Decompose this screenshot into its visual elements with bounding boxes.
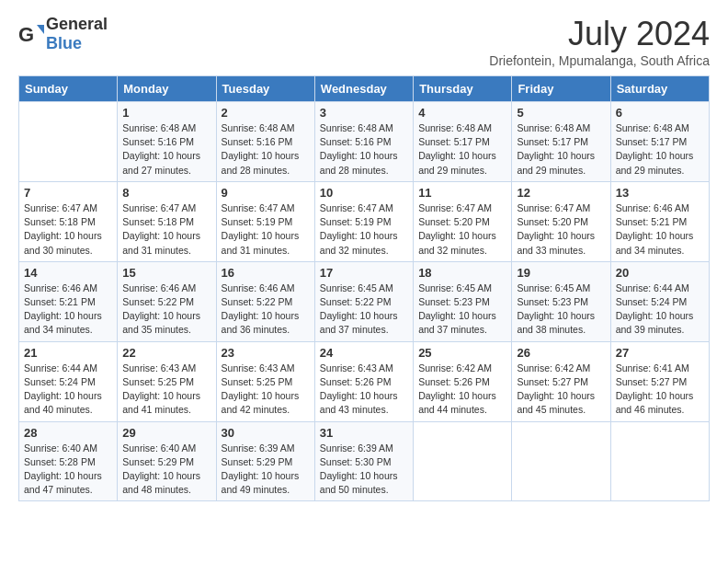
calendar-day-cell: 17Sunrise: 6:45 AM Sunset: 5:22 PM Dayli… — [314, 261, 413, 341]
day-number: 7 — [24, 186, 112, 200]
day-info: Sunrise: 6:47 AM Sunset: 5:18 PM Dayligh… — [122, 201, 210, 258]
calendar-header-cell: Wednesday — [314, 76, 413, 102]
day-number: 19 — [517, 266, 605, 280]
day-number: 2 — [222, 106, 310, 120]
calendar-day-cell: 5Sunrise: 6:48 AM Sunset: 5:17 PM Daylig… — [512, 102, 610, 182]
day-number: 14 — [24, 266, 112, 280]
month-title: July 2024 — [489, 15, 710, 53]
day-number: 1 — [122, 106, 210, 120]
day-info: Sunrise: 6:46 AM Sunset: 5:21 PM Dayligh… — [24, 282, 112, 338]
calendar-week-row: 1Sunrise: 6:48 AM Sunset: 5:16 PM Daylig… — [19, 102, 710, 182]
day-info: Sunrise: 6:40 AM Sunset: 5:28 PM Dayligh… — [24, 442, 112, 498]
day-number: 13 — [616, 186, 704, 200]
calendar-body: 1Sunrise: 6:48 AM Sunset: 5:16 PM Daylig… — [19, 102, 710, 501]
day-info: Sunrise: 6:47 AM Sunset: 5:20 PM Dayligh… — [418, 201, 506, 258]
logo-icon: G — [18, 21, 44, 47]
calendar-day-cell: 22Sunrise: 6:43 AM Sunset: 5:25 PM Dayli… — [118, 341, 216, 421]
day-number: 25 — [418, 346, 506, 360]
calendar-day-cell: 1Sunrise: 6:48 AM Sunset: 5:16 PM Daylig… — [118, 102, 216, 182]
calendar-week-row: 14Sunrise: 6:46 AM Sunset: 5:21 PM Dayli… — [19, 261, 710, 341]
day-number: 24 — [320, 346, 408, 360]
calendar-day-cell: 15Sunrise: 6:46 AM Sunset: 5:22 PM Dayli… — [118, 261, 216, 341]
calendar-day-cell: 23Sunrise: 6:43 AM Sunset: 5:25 PM Dayli… — [216, 341, 314, 421]
day-info: Sunrise: 6:43 AM Sunset: 5:25 PM Dayligh… — [222, 362, 310, 418]
calendar-table: SundayMondayTuesdayWednesdayThursdayFrid… — [18, 75, 710, 501]
day-info: Sunrise: 6:48 AM Sunset: 5:17 PM Dayligh… — [517, 121, 605, 178]
day-info: Sunrise: 6:45 AM Sunset: 5:22 PM Dayligh… — [320, 282, 408, 338]
calendar-day-cell: 3Sunrise: 6:48 AM Sunset: 5:16 PM Daylig… — [314, 102, 413, 182]
day-info: Sunrise: 6:48 AM Sunset: 5:16 PM Dayligh… — [222, 121, 310, 178]
calendar-header-row: SundayMondayTuesdayWednesdayThursdayFrid… — [19, 76, 710, 102]
calendar-day-cell: 14Sunrise: 6:46 AM Sunset: 5:21 PM Dayli… — [19, 261, 118, 341]
calendar-day-cell: 21Sunrise: 6:44 AM Sunset: 5:24 PM Dayli… — [19, 341, 118, 421]
day-number: 27 — [616, 346, 704, 360]
day-number: 10 — [320, 186, 408, 200]
calendar-day-cell: 25Sunrise: 6:42 AM Sunset: 5:26 PM Dayli… — [414, 341, 512, 421]
day-number: 18 — [418, 266, 506, 280]
day-info: Sunrise: 6:48 AM Sunset: 5:16 PM Dayligh… — [122, 121, 210, 178]
day-info: Sunrise: 6:40 AM Sunset: 5:29 PM Dayligh… — [122, 442, 210, 498]
day-info: Sunrise: 6:39 AM Sunset: 5:30 PM Dayligh… — [320, 442, 408, 498]
calendar-day-cell — [610, 421, 709, 501]
calendar-header-cell: Sunday — [19, 76, 118, 102]
day-info: Sunrise: 6:47 AM Sunset: 5:18 PM Dayligh… — [24, 201, 112, 258]
calendar-week-row: 7Sunrise: 6:47 AM Sunset: 5:18 PM Daylig… — [19, 181, 710, 261]
calendar-header-cell: Tuesday — [216, 76, 314, 102]
calendar-day-cell: 4Sunrise: 6:48 AM Sunset: 5:17 PM Daylig… — [414, 102, 512, 182]
day-info: Sunrise: 6:47 AM Sunset: 5:19 PM Dayligh… — [320, 201, 408, 258]
calendar-day-cell: 31Sunrise: 6:39 AM Sunset: 5:30 PM Dayli… — [314, 421, 413, 501]
day-info: Sunrise: 6:43 AM Sunset: 5:25 PM Dayligh… — [122, 362, 210, 418]
day-number: 17 — [320, 266, 408, 280]
calendar-header-cell: Friday — [512, 76, 610, 102]
day-number: 23 — [222, 346, 310, 360]
day-info: Sunrise: 6:39 AM Sunset: 5:29 PM Dayligh… — [222, 442, 310, 498]
logo-text-blue: Blue — [46, 34, 82, 52]
day-number: 9 — [222, 186, 310, 200]
day-number: 20 — [616, 266, 704, 280]
calendar-day-cell: 24Sunrise: 6:43 AM Sunset: 5:26 PM Dayli… — [314, 341, 413, 421]
day-info: Sunrise: 6:47 AM Sunset: 5:20 PM Dayligh… — [517, 201, 605, 258]
calendar-header-cell: Thursday — [414, 76, 512, 102]
calendar-week-row: 28Sunrise: 6:40 AM Sunset: 5:28 PM Dayli… — [19, 421, 710, 501]
calendar-day-cell: 6Sunrise: 6:48 AM Sunset: 5:17 PM Daylig… — [610, 102, 709, 182]
day-number: 8 — [122, 186, 210, 200]
calendar-day-cell: 18Sunrise: 6:45 AM Sunset: 5:23 PM Dayli… — [414, 261, 512, 341]
calendar-day-cell: 16Sunrise: 6:46 AM Sunset: 5:22 PM Dayli… — [216, 261, 314, 341]
day-number: 16 — [222, 266, 310, 280]
day-info: Sunrise: 6:42 AM Sunset: 5:27 PM Dayligh… — [517, 362, 605, 418]
logo: G General Blue — [18, 15, 108, 53]
day-number: 15 — [122, 266, 210, 280]
day-info: Sunrise: 6:45 AM Sunset: 5:23 PM Dayligh… — [517, 282, 605, 338]
calendar-header-cell: Saturday — [610, 76, 709, 102]
day-info: Sunrise: 6:45 AM Sunset: 5:23 PM Dayligh… — [418, 282, 506, 338]
day-info: Sunrise: 6:46 AM Sunset: 5:22 PM Dayligh… — [122, 282, 210, 338]
day-number: 30 — [222, 426, 310, 440]
calendar-day-cell: 20Sunrise: 6:44 AM Sunset: 5:24 PM Dayli… — [610, 261, 709, 341]
day-info: Sunrise: 6:46 AM Sunset: 5:22 PM Dayligh… — [222, 282, 310, 338]
day-info: Sunrise: 6:48 AM Sunset: 5:16 PM Dayligh… — [320, 121, 408, 178]
day-info: Sunrise: 6:48 AM Sunset: 5:17 PM Dayligh… — [616, 121, 704, 178]
day-number: 21 — [24, 346, 112, 360]
calendar-day-cell: 27Sunrise: 6:41 AM Sunset: 5:27 PM Dayli… — [610, 341, 709, 421]
title-area: July 2024 Driefontein, Mpumalanga, South… — [489, 15, 710, 68]
calendar-day-cell: 10Sunrise: 6:47 AM Sunset: 5:19 PM Dayli… — [314, 181, 413, 261]
day-number: 12 — [517, 186, 605, 200]
calendar-day-cell: 29Sunrise: 6:40 AM Sunset: 5:29 PM Dayli… — [118, 421, 216, 501]
day-number: 28 — [24, 426, 112, 440]
day-number: 29 — [122, 426, 210, 440]
day-info: Sunrise: 6:43 AM Sunset: 5:26 PM Dayligh… — [320, 362, 408, 418]
day-number: 4 — [418, 106, 506, 120]
calendar-day-cell: 28Sunrise: 6:40 AM Sunset: 5:28 PM Dayli… — [19, 421, 118, 501]
day-info: Sunrise: 6:44 AM Sunset: 5:24 PM Dayligh… — [24, 362, 112, 418]
location-title: Driefontein, Mpumalanga, South Africa — [489, 53, 710, 68]
calendar-day-cell: 7Sunrise: 6:47 AM Sunset: 5:18 PM Daylig… — [19, 181, 118, 261]
day-info: Sunrise: 6:48 AM Sunset: 5:17 PM Dayligh… — [418, 121, 506, 178]
day-info: Sunrise: 6:41 AM Sunset: 5:27 PM Dayligh… — [616, 362, 704, 418]
calendar-day-cell: 13Sunrise: 6:46 AM Sunset: 5:21 PM Dayli… — [610, 181, 709, 261]
calendar-day-cell: 12Sunrise: 6:47 AM Sunset: 5:20 PM Dayli… — [512, 181, 610, 261]
calendar-header-cell: Monday — [118, 76, 216, 102]
day-info: Sunrise: 6:47 AM Sunset: 5:19 PM Dayligh… — [222, 201, 310, 258]
calendar-day-cell: 9Sunrise: 6:47 AM Sunset: 5:19 PM Daylig… — [216, 181, 314, 261]
day-info: Sunrise: 6:46 AM Sunset: 5:21 PM Dayligh… — [616, 201, 704, 258]
day-number: 6 — [616, 106, 704, 120]
